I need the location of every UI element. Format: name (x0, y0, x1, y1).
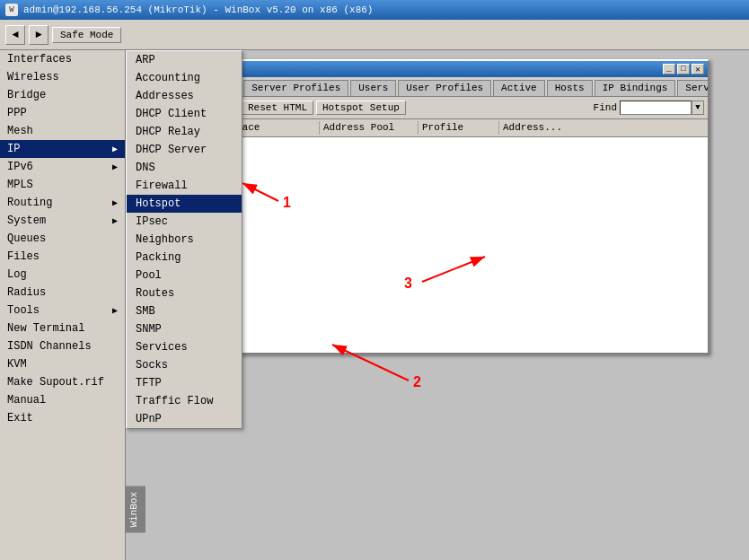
reset-html-button[interactable]: Reset HTML (242, 101, 313, 115)
submenu-item-accounting[interactable]: Accounting (127, 69, 242, 87)
window-controls: _ □ ✕ (663, 64, 704, 74)
sidebar-arrow-routing: ▶ (112, 197, 118, 208)
search-dropdown-button[interactable]: ▼ (692, 101, 704, 115)
title-bar: W admin@192.168.56.254 (MikroTik) - WinB… (0, 0, 749, 20)
tab-ip-bindings[interactable]: IP Bindings (595, 80, 676, 96)
col-address-pool: Address Pool (320, 121, 419, 135)
sidebar-item-kvm[interactable]: KVM (0, 355, 125, 373)
sidebar-label-mesh: Mesh (7, 125, 33, 137)
submenu-item-routes[interactable]: Routes (127, 284, 242, 302)
sidebar-item-radius[interactable]: Radius (0, 284, 125, 302)
sidebar-item-mesh[interactable]: Mesh (0, 122, 125, 140)
sidebar-item-manual[interactable]: Manual (0, 391, 125, 409)
sidebar: Interfaces Wireless Bridge PPP Mesh IP ▶… (0, 50, 126, 560)
sidebar-item-log[interactable]: Log (0, 266, 125, 284)
sidebar-label-manual: Manual (7, 394, 46, 407)
sidebar-item-ppp[interactable]: PPP (0, 104, 125, 122)
sidebar-label-mpls: MPLS (7, 179, 33, 191)
title-text: admin@192.168.56.254 (MikroTik) - WinBox… (23, 4, 373, 15)
sidebar-item-new-terminal[interactable]: New Terminal (0, 319, 125, 337)
col-address: Address... (499, 121, 580, 135)
table-body (181, 137, 708, 353)
submenu-item-packing[interactable]: Packing (127, 249, 242, 267)
hotspot-window: Hotspot _ □ ✕ Servers Server Profiles Us… (180, 59, 709, 354)
sidebar-label-routing: Routing (7, 197, 52, 209)
back-button[interactable]: ◄ (5, 25, 25, 45)
search-input[interactable] (620, 101, 692, 115)
submenu-item-firewall[interactable]: Firewall (127, 177, 242, 195)
sidebar-label-radius: Radius (7, 286, 46, 299)
submenu-item-arp[interactable]: ARP (127, 51, 242, 69)
sidebar-item-tools[interactable]: Tools ▶ (0, 302, 125, 319)
forward-button[interactable]: ► (29, 25, 48, 45)
submenu-item-dhcp-client[interactable]: DHCP Client (127, 105, 242, 123)
sidebar-item-ipv6[interactable]: IPv6 ▶ (0, 158, 125, 176)
tab-users[interactable]: Users (350, 80, 396, 96)
sidebar-item-files[interactable]: Files (0, 248, 125, 266)
search-area: Find ▼ (594, 101, 704, 115)
submenu-item-upnp[interactable]: UPnP (127, 410, 242, 428)
submenu-item-hotspot[interactable]: Hotspot (127, 195, 242, 213)
sidebar-label-ppp: PPP (7, 107, 27, 119)
submenu-item-addresses[interactable]: Addresses (127, 87, 242, 105)
sidebar-label-tools: Tools (7, 304, 40, 317)
sidebar-item-wireless[interactable]: Wireless (0, 68, 125, 86)
submenu-item-dhcp-server[interactable]: DHCP Server (127, 141, 242, 159)
tab-hosts[interactable]: Hosts (547, 80, 593, 96)
window-toolbar: + − ⊟ Reset HTML Hotspot Setup Find ▼ (181, 97, 708, 119)
sidebar-label-interfaces: Interfaces (7, 53, 72, 66)
tab-user-profiles[interactable]: User Profiles (398, 80, 491, 96)
find-label: Find (594, 102, 617, 113)
sidebar-label-exit: Exit (7, 412, 33, 424)
sidebar-item-make-supout[interactable]: Make Supout.rif (0, 373, 125, 391)
sidebar-item-isdn-channels[interactable]: ISDN Channels (0, 337, 125, 355)
submenu-item-ipsec[interactable]: IPsec (127, 213, 242, 231)
tab-active[interactable]: Active (493, 80, 545, 96)
sidebar-item-interfaces[interactable]: Interfaces (0, 50, 125, 68)
sidebar-label-isdn-channels: ISDN Channels (7, 340, 92, 353)
hotspot-setup-button[interactable]: Hotspot Setup (316, 101, 406, 115)
submenu-item-socks[interactable]: Socks (127, 356, 242, 374)
app-icon: W (5, 4, 18, 16)
sidebar-label-kvm: KVM (7, 358, 27, 371)
sidebar-label-ipv6: IPv6 (7, 161, 33, 173)
window-title-bar: Hotspot _ □ ✕ (181, 61, 708, 77)
main-layout: Interfaces Wireless Bridge PPP Mesh IP ▶… (0, 50, 749, 560)
sidebar-item-system[interactable]: System ▶ (0, 212, 125, 230)
submenu-item-pool[interactable]: Pool (127, 267, 242, 284)
submenu-item-tftp[interactable]: TFTP (127, 374, 242, 392)
safe-mode-button[interactable]: Safe Mode (52, 27, 121, 43)
svg-text:2: 2 (413, 374, 421, 389)
sidebar-label-wireless: Wireless (7, 71, 59, 83)
sidebar-arrow-tools: ▶ (112, 305, 118, 316)
sidebar-label-make-supout: Make Supout.rif (7, 376, 104, 389)
minimize-button[interactable]: _ (663, 64, 675, 74)
sidebar-label-new-terminal: New Terminal (7, 322, 84, 335)
sidebar-item-mpls[interactable]: MPLS (0, 176, 125, 194)
sidebar-label-log: Log (7, 268, 27, 281)
sidebar-item-ip[interactable]: IP ▶ (0, 140, 125, 158)
submenu-item-services[interactable]: Services (127, 338, 242, 356)
table-header: ✓ Interface Address Pool Profile Address… (181, 119, 708, 137)
sidebar-label-bridge: Bridge (7, 89, 46, 101)
tabs-bar: Servers Server Profiles Users User Profi… (181, 77, 708, 97)
maximize-button[interactable]: □ (677, 64, 690, 74)
sidebar-item-exit[interactable]: Exit (0, 409, 125, 427)
tab-service-ports[interactable]: Service Ports (677, 80, 708, 96)
main-toolbar: ◄ ► Safe Mode (0, 20, 749, 50)
sidebar-label-files: Files (7, 250, 40, 263)
col-profile: Profile (419, 121, 499, 135)
submenu-item-smb[interactable]: SMB (127, 302, 242, 320)
sidebar-label-system: System (7, 214, 46, 227)
sidebar-item-bridge[interactable]: Bridge (0, 86, 125, 104)
submenu-item-neighbors[interactable]: Neighbors (127, 231, 242, 249)
submenu-item-snmp[interactable]: SNMP (127, 320, 242, 338)
close-button[interactable]: ✕ (692, 64, 704, 74)
tab-server-profiles[interactable]: Server Profiles (243, 80, 348, 96)
winbox-label: WinBox (126, 486, 145, 533)
submenu-item-traffic-flow[interactable]: Traffic Flow (127, 392, 242, 410)
sidebar-item-routing[interactable]: Routing ▶ (0, 194, 125, 212)
submenu-item-dhcp-relay[interactable]: DHCP Relay (127, 123, 242, 141)
submenu-item-dns[interactable]: DNS (127, 159, 242, 177)
sidebar-item-queues[interactable]: Queues (0, 230, 125, 248)
